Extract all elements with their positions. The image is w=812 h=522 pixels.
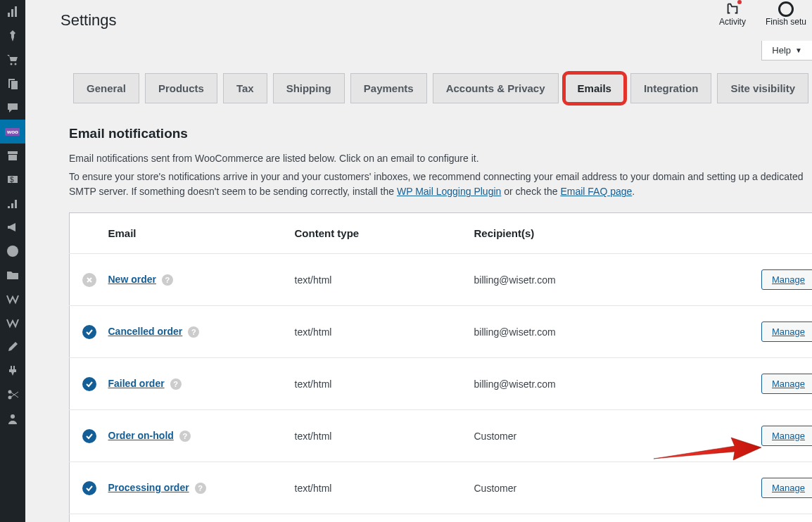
sidebar-comments-icon[interactable] xyxy=(0,96,25,120)
status-enabled-icon xyxy=(82,325,96,339)
table-row: Completed order?text/htmlCustomerManage xyxy=(70,514,813,522)
tab-shipping[interactable]: Shipping xyxy=(273,73,345,103)
recipients-cell: Customer xyxy=(467,410,732,462)
sidebar-woocommerce-icon[interactable]: woo xyxy=(0,120,25,144)
content-type-cell: text/html xyxy=(288,254,467,306)
svg-point-6 xyxy=(11,414,15,419)
sidebar-plugin-icon[interactable] xyxy=(0,359,25,383)
tab-site-visibility[interactable]: Site visibility xyxy=(717,73,808,103)
manage-button[interactable]: Manage xyxy=(761,374,812,394)
help-tab[interactable]: Help ▼ xyxy=(761,41,812,61)
sidebar-w2-icon[interactable] xyxy=(0,311,25,335)
recipients-cell: billing@wisetr.com xyxy=(467,254,732,306)
manage-button[interactable]: Manage xyxy=(761,478,812,498)
activity-button[interactable]: Activity xyxy=(719,1,746,27)
content-type-cell: text/html xyxy=(288,358,467,410)
sidebar-archive-icon[interactable] xyxy=(0,144,25,167)
table-row: Cancelled order?text/htmlbilling@wisetr.… xyxy=(70,306,813,358)
sidebar-users-icon[interactable] xyxy=(0,407,25,431)
recipients-cell: Customer xyxy=(467,514,732,522)
svg-point-5 xyxy=(8,396,12,400)
link-email-faq[interactable]: Email FAQ page xyxy=(560,186,632,197)
tab-general[interactable]: General xyxy=(73,73,139,103)
svg-point-1 xyxy=(15,63,17,65)
help-icon[interactable]: ? xyxy=(162,274,173,286)
activity-icon xyxy=(725,1,740,17)
svg-point-4 xyxy=(8,390,12,394)
email-link[interactable]: Cancelled order xyxy=(108,326,183,337)
manage-button[interactable]: Manage xyxy=(761,426,812,446)
activity-label: Activity xyxy=(719,17,746,27)
main-content: Settings Activity Finish setu Help ▼ xyxy=(25,0,812,522)
table-row: Failed order?text/htmlbilling@wisetr.com… xyxy=(70,358,813,410)
tab-integration[interactable]: Integration xyxy=(630,73,712,103)
help-icon[interactable]: ? xyxy=(179,431,191,442)
help-icon[interactable]: ? xyxy=(170,378,182,390)
page-title: Settings xyxy=(61,11,117,30)
tab-emails[interactable]: Emails xyxy=(564,73,625,103)
content-type-cell: text/html xyxy=(288,410,467,462)
table-row: Order on-hold?text/htmlCustomerManage xyxy=(70,410,813,462)
finish-setup-label: Finish setu xyxy=(766,17,806,27)
help-icon[interactable]: ? xyxy=(195,483,206,494)
sidebar-pin-icon[interactable] xyxy=(0,24,25,48)
svg-point-0 xyxy=(11,63,13,65)
email-link[interactable]: Failed order xyxy=(108,378,165,389)
help-icon[interactable]: ? xyxy=(188,326,199,338)
chevron-down-icon: ▼ xyxy=(795,46,802,54)
finish-setup-icon xyxy=(778,1,794,17)
email-link[interactable]: New order xyxy=(108,274,156,285)
sidebar-megaphone-icon[interactable] xyxy=(0,215,25,239)
status-enabled-icon xyxy=(82,481,96,495)
section-heading: Email notifications xyxy=(69,126,812,141)
content-type-cell: text/html xyxy=(288,462,467,514)
tab-tax[interactable]: Tax xyxy=(223,73,267,103)
sidebar-elementor-icon[interactable] xyxy=(0,239,25,263)
email-table: Email Content type Recipient(s) New orde… xyxy=(69,212,812,522)
description-line1: Email notifications sent from WooCommerc… xyxy=(69,151,812,167)
recipients-cell: billing@wisetr.com xyxy=(467,358,732,410)
email-link[interactable]: Processing order xyxy=(108,482,189,493)
manage-button[interactable]: Manage xyxy=(761,322,812,342)
description-line2: To ensure your store's notifications arr… xyxy=(69,170,812,200)
sidebar-payments-icon[interactable]: $ xyxy=(0,167,25,191)
sidebar-pages-icon[interactable] xyxy=(0,72,25,96)
sidebar-brush-icon[interactable] xyxy=(0,335,25,359)
th-email: Email xyxy=(108,213,288,254)
sidebar-cart-icon[interactable] xyxy=(0,48,25,72)
help-label: Help xyxy=(772,45,791,56)
tab-payments[interactable]: Payments xyxy=(350,73,427,103)
recipients-cell: Customer xyxy=(467,462,732,514)
tabs-row: GeneralProductsTaxShippingPaymentsAccoun… xyxy=(25,73,812,103)
status-disabled-icon xyxy=(82,273,96,287)
sidebar-analytics-icon[interactable] xyxy=(0,191,25,215)
svg-text:$: $ xyxy=(10,176,14,184)
tab-products[interactable]: Products xyxy=(145,73,217,103)
content-type-cell: text/html xyxy=(288,514,467,522)
content-type-cell: text/html xyxy=(288,306,467,358)
tab-accounts-privacy[interactable]: Accounts & Privacy xyxy=(433,73,559,103)
svg-point-3 xyxy=(7,246,18,257)
status-enabled-icon xyxy=(82,429,96,443)
sidebar-scissors-icon[interactable] xyxy=(0,383,25,407)
link-wp-mail-logging[interactable]: WP Mail Logging Plugin xyxy=(397,186,501,197)
status-enabled-icon xyxy=(82,377,96,391)
table-row: Processing order?text/htmlCustomerManage xyxy=(70,462,813,514)
sidebar-dashboard-icon[interactable] xyxy=(0,0,25,24)
sidebar-w1-icon[interactable] xyxy=(0,287,25,311)
manage-button[interactable]: Manage xyxy=(761,269,812,290)
sidebar-folder-icon[interactable] xyxy=(0,263,25,287)
th-content-type: Content type xyxy=(288,213,467,254)
email-link[interactable]: Order on-hold xyxy=(108,430,174,441)
recipients-cell: billing@wisetr.com xyxy=(467,306,732,358)
table-row: New order?text/htmlbilling@wisetr.comMan… xyxy=(70,254,813,306)
th-recipients: Recipient(s) xyxy=(467,213,732,254)
finish-setup-button[interactable]: Finish setu xyxy=(766,1,806,27)
admin-sidebar: woo $ xyxy=(0,0,25,522)
